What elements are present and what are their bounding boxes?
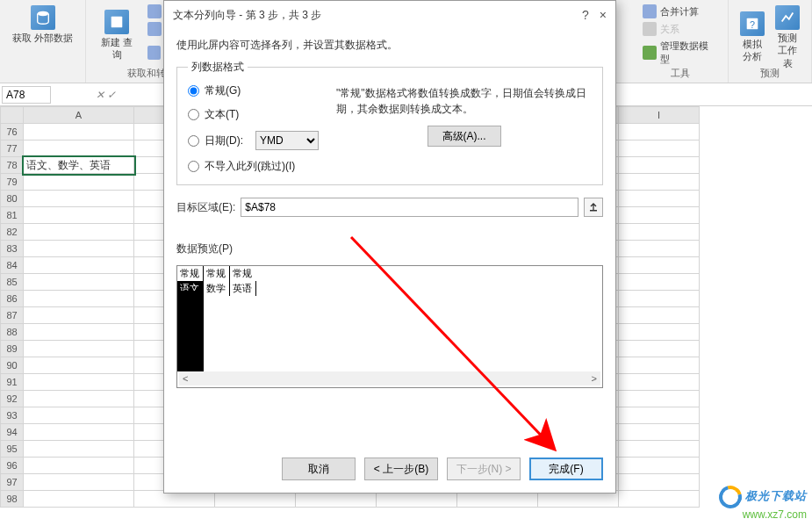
radio-general-input[interactable]: [188, 85, 199, 97]
cell[interactable]: [619, 224, 700, 241]
preview-scrollbar[interactable]: < >: [179, 371, 600, 385]
close-icon[interactable]: ×: [600, 8, 607, 22]
cell[interactable]: [24, 458, 134, 474]
cell[interactable]: [24, 424, 134, 441]
new-query-button[interactable]: 新建 查询: [93, 4, 140, 67]
radio-skip-input[interactable]: [188, 161, 199, 172]
get-external-data-button[interactable]: 获取 外部数据: [7, 4, 78, 46]
cell[interactable]: [619, 307, 700, 324]
cell[interactable]: [619, 424, 700, 441]
cell[interactable]: 语文、数学、英语: [24, 157, 134, 174]
cell[interactable]: [619, 174, 700, 191]
row-header[interactable]: 76: [1, 124, 24, 141]
preview-cell[interactable]: 数学: [204, 281, 230, 296]
row-header[interactable]: 79: [1, 174, 24, 191]
cell[interactable]: [619, 391, 700, 407]
row-header[interactable]: 88: [1, 324, 24, 341]
cell[interactable]: [24, 241, 134, 257]
cell[interactable]: [619, 141, 700, 157]
row-header[interactable]: 96: [1, 458, 24, 474]
data-preview[interactable]: 常规 常规 常规 语文 数学 英语 < >: [176, 265, 603, 388]
cell[interactable]: [619, 157, 700, 174]
preview-header-cell[interactable]: 常规: [230, 266, 256, 281]
cell[interactable]: [24, 291, 134, 307]
preview-cell[interactable]: 英语: [230, 281, 256, 296]
row-header[interactable]: 82: [1, 224, 24, 241]
cell[interactable]: [24, 341, 134, 357]
cell[interactable]: [619, 191, 700, 207]
cell[interactable]: [619, 357, 700, 374]
what-if-analysis-button[interactable]: ? 模拟分析: [735, 4, 770, 71]
radio-text-input[interactable]: [188, 109, 199, 120]
destination-input[interactable]: [241, 198, 578, 217]
cell[interactable]: [24, 407, 134, 424]
row-header[interactable]: 95: [1, 441, 24, 458]
scroll-left-icon[interactable]: <: [179, 373, 191, 384]
row-header[interactable]: 97: [1, 474, 24, 491]
cell[interactable]: [24, 274, 134, 291]
radio-text[interactable]: 文本(T): [188, 107, 319, 122]
row-header[interactable]: 91: [1, 374, 24, 391]
cell[interactable]: [619, 374, 700, 391]
row-header[interactable]: 80: [1, 191, 24, 207]
row-header[interactable]: 86: [1, 291, 24, 307]
row-header[interactable]: 85: [1, 274, 24, 291]
cell[interactable]: [619, 241, 700, 257]
fx-icon[interactable]: ✕ ✓ fx: [95, 86, 116, 104]
row-header[interactable]: 92: [1, 391, 24, 407]
radio-skip[interactable]: 不导入此列(跳过)(I): [188, 159, 319, 174]
cell[interactable]: [619, 491, 700, 508]
manage-data-model-button[interactable]: 管理数据模型: [639, 39, 721, 67]
row-header[interactable]: 93: [1, 407, 24, 424]
row-header[interactable]: 90: [1, 357, 24, 374]
row-header[interactable]: 83: [1, 241, 24, 257]
advanced-button[interactable]: 高级(A)...: [428, 126, 501, 147]
row-header[interactable]: 77: [1, 141, 24, 157]
cell[interactable]: [619, 407, 700, 424]
cell[interactable]: [24, 124, 134, 141]
preview-header-cell[interactable]: 常规: [204, 266, 230, 281]
cell[interactable]: [619, 274, 700, 291]
cell[interactable]: [24, 307, 134, 324]
date-format-select[interactable]: YMD: [255, 131, 319, 150]
cell[interactable]: [24, 357, 134, 374]
name-box[interactable]: [2, 86, 51, 104]
forecast-sheet-button[interactable]: 预测 工作表: [770, 4, 805, 71]
cancel-button[interactable]: 取消: [282, 458, 356, 480]
cell[interactable]: [24, 207, 134, 224]
finish-button[interactable]: 完成(F): [529, 458, 603, 480]
help-icon[interactable]: ?: [582, 8, 589, 22]
range-picker-button[interactable]: [584, 198, 603, 217]
cell[interactable]: [619, 324, 700, 341]
cell[interactable]: [24, 141, 134, 157]
row-header[interactable]: 94: [1, 424, 24, 441]
preview-header-cell[interactable]: 常规: [177, 266, 204, 281]
cell[interactable]: [24, 491, 134, 508]
cell[interactable]: [619, 257, 700, 274]
cell[interactable]: [24, 191, 134, 207]
row-header[interactable]: 89: [1, 341, 24, 357]
cell[interactable]: [24, 474, 134, 491]
cell[interactable]: [619, 291, 700, 307]
radio-date[interactable]: 日期(D): YMD: [188, 131, 319, 150]
cell[interactable]: [24, 257, 134, 274]
row-header[interactable]: 78: [1, 157, 24, 174]
cell[interactable]: [619, 124, 700, 141]
row-header[interactable]: 81: [1, 207, 24, 224]
back-button[interactable]: < 上一步(B): [364, 458, 438, 480]
col-header-a[interactable]: A: [24, 107, 134, 124]
cell[interactable]: [619, 458, 700, 474]
next-button[interactable]: 下一步(N) >: [447, 458, 521, 480]
consolidate-button[interactable]: 合并计算: [639, 4, 721, 19]
row-header[interactable]: 84: [1, 257, 24, 274]
cell[interactable]: [619, 441, 700, 458]
row-header[interactable]: 87: [1, 307, 24, 324]
radio-general[interactable]: 常规(G): [188, 83, 319, 98]
radio-date-input[interactable]: [188, 135, 199, 147]
relationships-button[interactable]: 关系: [639, 21, 721, 37]
cell[interactable]: [619, 341, 700, 357]
cell[interactable]: [619, 207, 700, 224]
cell[interactable]: [24, 374, 134, 391]
cell[interactable]: [24, 324, 134, 341]
cell[interactable]: [24, 391, 134, 407]
